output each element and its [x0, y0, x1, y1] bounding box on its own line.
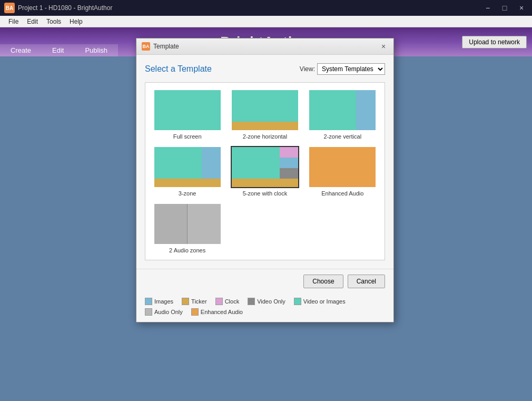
app-logo: BA	[4, 3, 15, 13]
template-label-5zone: 5-zone with clock	[243, 190, 287, 197]
zone-audio-right	[188, 204, 221, 244]
legend-enhanced-audio: Enhanced Audio	[191, 308, 243, 316]
zone-blue	[280, 158, 298, 168]
template-label-3zone: 3-zone	[179, 190, 196, 197]
template-preview-3zone	[153, 146, 222, 188]
template-enhanced-audio[interactable]: Enhanced Audio	[307, 146, 378, 197]
template-label-2zone-h: 2-zone horizontal	[243, 133, 287, 140]
dialog-title: Template	[153, 43, 179, 50]
zone-right	[356, 90, 376, 130]
template-5zone-clock[interactable]: 5-zone with clock	[229, 146, 300, 197]
app-nav: Create Edit Publish	[0, 44, 118, 56]
zone-bottom	[232, 122, 298, 130]
menu-tools[interactable]: Tools	[42, 17, 65, 26]
tpl-3zone	[154, 147, 221, 187]
zone-main-5z	[232, 147, 280, 179]
template-2audio[interactable]: 2 Audio zones	[152, 203, 223, 253]
zone-ticker-5z	[232, 179, 298, 187]
zone-audio-left	[154, 204, 188, 244]
legend-label-enhanced-audio: Enhanced Audio	[201, 309, 243, 315]
zone-pink	[280, 147, 298, 158]
window-controls: − □ ×	[481, 3, 528, 13]
legend-clock: Clock	[215, 298, 240, 305]
legend-audio-only: Audio Only	[145, 308, 183, 316]
legend-swatch-audio-only	[145, 308, 152, 316]
legend-video-only: Video Only	[248, 298, 285, 305]
legend-ticker: Ticker	[182, 298, 207, 305]
tpl-enhanced	[309, 147, 376, 187]
template-preview-2audio	[153, 203, 222, 245]
menu-help[interactable]: Help	[65, 17, 87, 26]
menu-bar: File Edit Tools Help	[0, 16, 532, 27]
menu-file[interactable]: File	[4, 17, 23, 26]
legend-swatch-enhanced-audio	[191, 308, 199, 316]
legend-label-ticker: Ticker	[191, 298, 207, 305]
template-fullscreen[interactable]: Full screen	[152, 89, 223, 140]
view-label: View:	[300, 65, 315, 73]
choose-button[interactable]: Choose	[303, 275, 343, 288]
tpl-5zone	[232, 147, 298, 187]
tpl-fullscreen-zone	[154, 90, 221, 130]
tpl-5zone-top	[232, 147, 298, 179]
nav-create[interactable]: Create	[0, 44, 42, 56]
tpl-2zone-h	[232, 90, 298, 130]
nav-edit[interactable]: Edit	[42, 44, 74, 56]
legend-images: Images	[145, 298, 173, 305]
tpl-2zone-v	[309, 90, 376, 130]
template-preview-2zone-h	[231, 89, 299, 131]
legend-swatch-images	[145, 298, 152, 305]
dialog-footer: Choose Cancel	[136, 269, 393, 294]
zone-bottom-ticker	[154, 179, 221, 187]
template-grid: Full screen 2-zone horizontal	[145, 82, 385, 260]
template-label-fullscreen: Full screen	[173, 133, 202, 140]
legend: Images Ticker Clock Video Only Video or …	[136, 294, 393, 322]
menu-edit[interactable]: Edit	[23, 17, 42, 26]
nav-publish[interactable]: Publish	[74, 44, 118, 56]
template-preview-5zone	[231, 146, 299, 188]
dialog-body: Select a Template View: System Templates…	[136, 55, 393, 269]
zone-right-small	[202, 147, 220, 179]
dialog-logo: BA	[142, 42, 150, 51]
upload-button[interactable]: Upload to network	[462, 36, 527, 48]
legend-label-video-only: Video Only	[257, 298, 285, 305]
legend-swatch-clock	[215, 298, 223, 305]
window-close-button[interactable]: ×	[515, 3, 528, 13]
legend-label-video-or-image: Video or Images	[303, 298, 346, 305]
template-3zone[interactable]: 3-zone	[152, 146, 223, 197]
maximize-button[interactable]: □	[498, 3, 511, 13]
app-toolbar: Upload to network	[462, 36, 532, 48]
legend-video-or-image: Video or Images	[294, 298, 346, 305]
template-preview-enhanced	[308, 146, 377, 188]
legend-label-audio-only: Audio Only	[154, 309, 183, 315]
zone-right-col	[280, 147, 298, 179]
zone-left	[309, 90, 356, 130]
template-2zone-vertical[interactable]: 2-zone vertical	[307, 89, 378, 140]
title-bar: BA Project 1 - HD1080 - BrightAuthor − □…	[0, 0, 532, 16]
zone-top	[232, 90, 298, 122]
cancel-button[interactable]: Cancel	[348, 275, 385, 288]
tpl-3zone-top	[154, 147, 221, 179]
legend-label-clock: Clock	[225, 298, 240, 305]
minimize-button[interactable]: −	[481, 3, 494, 13]
template-preview-2zone-v	[308, 89, 377, 131]
tpl-5zone-bottom	[232, 179, 298, 187]
dialog-close-button[interactable]: ×	[379, 42, 388, 51]
zone-gray	[280, 168, 298, 179]
template-label-2zone-v: 2-zone vertical	[324, 133, 362, 140]
template-2zone-horizontal[interactable]: 2-zone horizontal	[229, 89, 300, 140]
dialog-titlebar: BA Template ×	[136, 38, 393, 55]
view-select[interactable]: System Templates	[317, 63, 385, 75]
legend-swatch-video-or-image	[294, 298, 301, 305]
legend-label-images: Images	[154, 298, 173, 305]
template-label-enhanced: Enhanced Audio	[321, 190, 363, 197]
legend-swatch-ticker	[182, 298, 189, 305]
view-selector-row: View: System Templates	[300, 63, 385, 75]
legend-swatch-video-only	[248, 298, 255, 305]
dialog-header: Select a Template View: System Templates	[145, 63, 385, 75]
window-title: Project 1 - HD1080 - BrightAuthor	[18, 4, 481, 12]
template-label-2audio: 2 Audio zones	[169, 247, 205, 253]
tpl-2audio	[154, 204, 221, 244]
template-dialog: BA Template × Select a Template View: Sy…	[136, 38, 394, 322]
dialog-select-label: Select a Template	[145, 64, 212, 74]
template-preview-fullscreen	[153, 89, 222, 131]
